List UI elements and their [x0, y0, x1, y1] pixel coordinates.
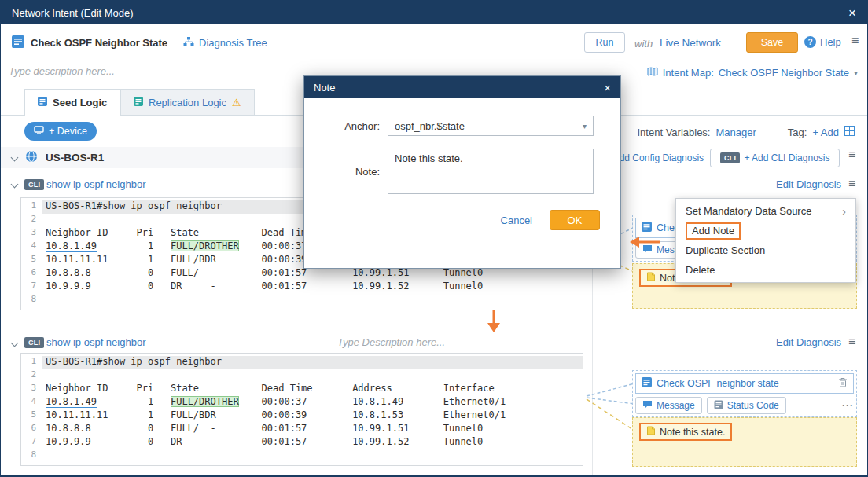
anchor-ospf-state[interactable]: FULL/DROTHER: [171, 240, 239, 251]
line-number: 5: [21, 409, 42, 423]
tag-grid-icon[interactable]: [844, 126, 855, 138]
menu-item-add-note[interactable]: Add Note: [676, 221, 855, 240]
line-number: 7: [21, 436, 42, 449]
note-dialog-close-icon[interactable]: ×: [604, 81, 611, 94]
add-device-label: + Device: [49, 126, 87, 137]
line-number: 8: [21, 294, 42, 307]
line-number: 6: [21, 267, 42, 281]
doc-icon: [642, 222, 652, 234]
anchor-neighbor-ip[interactable]: 10.8.1.49: [46, 396, 97, 408]
menu-item-duplicate-section[interactable]: Duplicate Section: [676, 240, 855, 260]
section2-collapse-chevron-icon[interactable]: [11, 339, 19, 347]
code-text: 1: [97, 396, 171, 407]
code-text: 10.11.11.11 1 FULL/BDR 00:00:39 10.8.1.5…: [42, 409, 583, 423]
close-icon[interactable]: ×: [848, 6, 856, 20]
intent-variables-manager-link[interactable]: Manager: [715, 127, 756, 138]
intent-map-label: Intent Map:: [663, 67, 714, 79]
code-text: [42, 294, 583, 307]
line-number: 1: [21, 356, 42, 369]
intent-description-field[interactable]: Type description here...: [9, 65, 115, 77]
section1-collapse-chevron-icon[interactable]: [11, 181, 19, 189]
note-dialog-footer: Cancel OK: [304, 210, 620, 230]
anchor-row: Anchor: ospf_nbr.$state ▾: [304, 116, 620, 136]
note-row: Note: Note this state.: [304, 149, 620, 194]
device-collapse-chevron-icon[interactable]: [11, 154, 19, 162]
chevron-down-icon: ▾: [583, 122, 587, 130]
cancel-button[interactable]: Cancel: [501, 215, 532, 226]
section2-command-link[interactable]: show ip ospf neighbor: [46, 336, 145, 348]
menu-item-label: Set Mandatory Data Source: [686, 205, 811, 217]
section2-edit-diagnosis-link[interactable]: Edit Diagnosis: [776, 336, 841, 348]
run-button[interactable]: Run: [584, 32, 625, 53]
anchor-select-value: ospf_nbr.$state: [395, 120, 465, 132]
with-label: with: [634, 38, 653, 50]
cli-output-block-2: 1US-BOS-R1#show ip ospf neighbor 2 3Neig…: [20, 353, 583, 466]
diagnosis-item[interactable]: Check OSPF neighbor state: [635, 373, 854, 394]
seed-logic-icon: [38, 97, 47, 108]
code-text: 10.8.1.49 1 FULL/DROTHER 00:00:37 10.8.1…: [42, 396, 583, 409]
anchor-select[interactable]: ospf_nbr.$state ▾: [388, 116, 594, 136]
code-text: 10.9.9.9 0 DR - 00:01:57 10.99.1.52 Tunn…: [42, 436, 583, 449]
help-button[interactable]: ? Help: [804, 36, 841, 48]
message-button[interactable]: Message: [635, 397, 702, 414]
save-button[interactable]: Save: [746, 32, 798, 53]
note-icon: [646, 272, 656, 284]
note-chip[interactable]: Note this state.: [639, 423, 732, 441]
tab-replication-logic[interactable]: Replication Logic ⚠: [120, 89, 255, 116]
note-textarea[interactable]: Note this state.: [388, 149, 594, 194]
code-text: [42, 449, 583, 463]
line-number: 8: [21, 449, 42, 463]
status-code-icon: [714, 400, 723, 412]
section1-command-link[interactable]: show ip ospf neighbor: [46, 178, 145, 190]
menu-item-set-mandatory-data-source[interactable]: Set Mandatory Data Source ›: [676, 201, 855, 221]
section2-diagnosis-group: Check OSPF neighbor state Message Status…: [632, 370, 857, 417]
line-number: 3: [21, 227, 42, 240]
code-line: 1US-BOS-R1#show ip ospf neighbor: [21, 356, 583, 369]
anchor-ospf-state[interactable]: FULL/DROTHER: [171, 396, 239, 407]
intent-variables-row: Intent Variables: Manager Tag: + Add: [638, 126, 855, 138]
status-code-label: Status Code: [727, 400, 779, 411]
add-device-button[interactable]: + Device: [24, 122, 97, 141]
submenu-chevron-icon: ›: [842, 205, 846, 218]
code-line: 2: [21, 369, 583, 383]
section2-menu-icon[interactable]: ≡: [848, 335, 855, 349]
anchor-neighbor-ip[interactable]: 10.8.1.49: [46, 240, 97, 252]
add-cli-diagnosis-button[interactable]: CLI + Add CLI Diagnosis: [710, 149, 840, 167]
menu-item-delete[interactable]: Delete: [676, 260, 855, 280]
message-icon: [642, 400, 653, 412]
intent-name: Check OSPF Neighbor State: [31, 37, 167, 49]
device-name: US-BOS-R1: [46, 152, 104, 163]
section1-edit-diagnosis-link[interactable]: Edit Diagnosis: [776, 178, 841, 190]
panel-menu-icon[interactable]: ≡: [848, 148, 855, 162]
code-text: 10.9.9.9 0 DR - 00:01:57 10.99.1.52 Tunn…: [42, 281, 583, 294]
code-line: 8: [21, 449, 583, 463]
intent-map-icon: [647, 67, 658, 79]
tag-add-link[interactable]: + Add: [812, 127, 839, 138]
section1-cli-badge: CLI: [24, 179, 44, 190]
status-code-button[interactable]: Status Code: [707, 397, 786, 414]
tab-seed-logic[interactable]: Seed Logic: [24, 89, 120, 116]
section2-note-area: Note this state.: [632, 417, 857, 467]
tab-replication-logic-label: Replication Logic: [149, 97, 226, 108]
code-text: 10.8.8.8 0 FULL/ - 00:01:57 10.99.1.51 T…: [42, 267, 583, 281]
diagnosis-tree-button[interactable]: Diagnosis Tree: [183, 36, 267, 50]
toolbar-menu-icon[interactable]: ≡: [851, 34, 859, 48]
ok-button[interactable]: OK: [550, 210, 600, 230]
live-network-link[interactable]: Live Network: [660, 37, 721, 49]
note-chip-label: Note this state.: [660, 427, 725, 438]
code-line: 710.9.9.9 0 DR - 00:01:57 10.99.1.52 Tun…: [21, 436, 583, 449]
diagnosis-tree-label: Diagnosis Tree: [199, 37, 267, 49]
section1-menu-icon[interactable]: ≡: [848, 177, 855, 191]
code-line: 610.8.8.8 0 FULL/ - 00:01:57 10.99.1.51 …: [21, 267, 583, 281]
code-text: 00:00:37 10.8.1.49 Ethernet0/1: [239, 396, 506, 407]
device-icon: [34, 126, 44, 137]
line-number: 2: [21, 369, 42, 383]
section2-description-field[interactable]: Type Description here...: [337, 336, 445, 348]
code-text: US-BOS-R1#show ip ospf neighbor: [42, 356, 583, 369]
window-titlebar: Network Intent (Edit Mode) ×: [1, 1, 867, 24]
intent-map-control[interactable]: Intent Map: Check OSPF Neighbor State ▾: [647, 67, 858, 79]
more-options-icon[interactable]: ···: [842, 400, 854, 411]
trash-icon[interactable]: [838, 377, 848, 390]
line-number: 6: [21, 423, 42, 436]
code-line: 3Neighbor ID Pri State Dead Time Address…: [21, 383, 583, 396]
